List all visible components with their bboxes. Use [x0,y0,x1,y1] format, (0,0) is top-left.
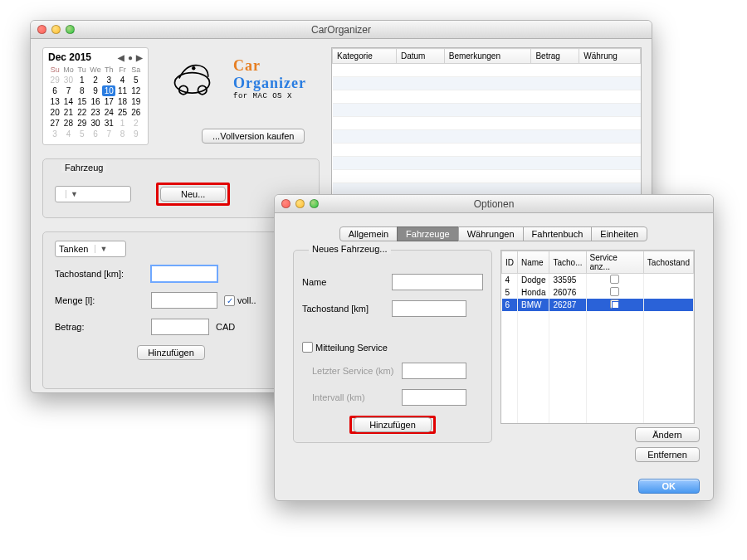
column-header[interactable]: Service anz... [586,251,643,274]
calendar-day[interactable]: 10 [102,85,115,96]
calendar-day[interactable]: 22 [76,107,89,118]
calendar-day[interactable]: 5 [129,75,143,85]
nf-tacho-label: Tachostand [km] [302,304,385,314]
tanken-group: Tanken ▼ Tachostand [km]: Menge [l]: ✓ v… [42,231,300,389]
ok-button[interactable]: OK [638,479,701,494]
name-label: Name [302,277,385,287]
calendar-day[interactable]: 24 [102,107,115,118]
close-icon[interactable] [37,25,46,34]
close-icon[interactable] [281,199,290,208]
intervall-input[interactable] [402,389,466,406]
chevron-down-icon: ▼ [95,245,107,253]
tab-währungen[interactable]: Währungen [458,226,524,241]
calendar-day[interactable]: 21 [61,107,75,118]
calendar-day[interactable]: 15 [76,96,89,107]
column-header[interactable]: Kategorie [333,49,397,64]
fahrzeug-dropdown[interactable]: ▼ [55,186,131,202]
calendar-day[interactable]: 6 [48,85,61,96]
mitteilung-checkbox[interactable]: Mitteilung Service [302,342,388,353]
calendar-day[interactable]: 18 [115,96,129,107]
calendar-day[interactable]: 23 [89,107,102,118]
calendar-month-label: Dec 2015 [48,51,91,63]
calendar-day[interactable]: 2 [89,75,102,85]
hinzufuegen-button[interactable]: Hinzufügen [137,345,205,360]
calendar-day[interactable]: 11 [115,85,129,96]
column-header[interactable]: ID [502,251,518,274]
records-table[interactable]: KategorieDatumBemerkungenBetragWährung [331,47,642,205]
currency-label: CAD [216,322,235,332]
aendern-button[interactable]: Ändern [635,427,700,442]
calendar-day[interactable]: 27 [48,118,61,129]
vehicles-table[interactable]: IDNameTacho...Service anz...Tachostand 4… [500,250,695,424]
calendar-today-icon[interactable]: ● [128,53,133,62]
calendar-day[interactable]: 19 [129,96,143,107]
menge-label: Menge [l]: [55,295,144,305]
column-header[interactable]: Währung [579,49,641,64]
calendar-day[interactable]: 9 [89,85,102,96]
column-header[interactable]: Tacho... [549,251,586,274]
neu-button-highlight: Neu... [156,183,230,206]
options-tabs: AllgemeinFahrzeugeWährungenFahrtenbuchEi… [285,226,703,241]
neues-fahrzeug-group: Neues Fahrzeug... Name Tachostand [km] M… [293,250,492,443]
tab-allgemein[interactable]: Allgemein [339,226,398,241]
minimize-icon[interactable] [295,199,305,208]
calendar-day[interactable]: 28 [61,118,75,129]
table-row[interactable]: 6BMW26287 [502,299,694,311]
name-input[interactable] [392,274,483,290]
kategorie-dropdown[interactable]: Tanken ▼ [55,241,126,257]
calendar-day[interactable]: 31 [102,118,115,129]
tacho-input[interactable] [151,265,217,282]
calendar-day[interactable]: 4 [115,75,129,85]
intervall-label: Intervall (km) [302,392,395,402]
calendar[interactable]: Dec 2015 ◀ ● ▶ SuMoTuWeThFrSa29301234567… [42,47,149,145]
calendar-day[interactable]: 14 [61,96,75,107]
betrag-input[interactable] [151,319,209,335]
calendar-day[interactable]: 29 [76,118,89,129]
tab-fahrzeuge[interactable]: Fahrzeuge [397,226,459,241]
zoom-icon[interactable] [310,199,319,208]
chevron-down-icon: ▼ [66,190,78,198]
tacho-label: Tachostand [km]: [55,269,144,279]
letzter-label: Letzter Service (km) [302,366,395,376]
column-header[interactable]: Bemerkungen [444,49,531,64]
calendar-day[interactable]: 16 [89,96,102,107]
vollversion-button[interactable]: ...Vollversion kaufen [202,129,305,144]
betrag-label: Betrag: [55,322,144,332]
calendar-day[interactable]: 8 [76,85,89,96]
table-row[interactable]: 4Dodge33595 [502,274,694,287]
nf-hinzufuegen-button[interactable]: Hinzufügen [354,417,432,432]
calendar-day[interactable]: 25 [115,107,129,118]
calendar-next-icon[interactable]: ▶ [136,53,143,62]
letzter-input[interactable] [402,363,466,379]
calendar-day[interactable]: 12 [129,85,143,96]
tab-fahrtenbuch[interactable]: Fahrtenbuch [523,226,593,241]
calendar-day[interactable]: 7 [61,85,75,96]
nf-tacho-input[interactable] [392,300,466,317]
column-header[interactable]: Datum [396,49,444,64]
titlebar: Optionen [275,195,713,213]
column-header[interactable]: Tachostand [643,251,693,274]
nf-hinzufuegen-highlight: Hinzufügen [349,416,436,434]
app-logo: Car Organizer for MAC OS X [172,52,321,117]
calendar-day[interactable]: 1 [76,75,89,85]
svg-point-3 [192,66,195,70]
zoom-icon[interactable] [66,25,75,34]
options-window: Optionen AllgemeinFahrzeugeWährungenFahr… [274,194,714,501]
voll-checkbox[interactable]: ✓ voll.. [224,295,256,306]
table-row[interactable]: 5Honda26076 [502,286,694,299]
calendar-day[interactable]: 26 [129,107,143,118]
calendar-day[interactable]: 13 [48,96,61,107]
column-header[interactable]: Betrag [531,49,579,64]
calendar-day[interactable]: 17 [102,96,115,107]
neu-button[interactable]: Neu... [160,187,226,202]
menge-input[interactable] [151,292,217,309]
calendar-day[interactable]: 3 [102,75,115,85]
minimize-icon[interactable] [51,25,61,34]
tab-einheiten[interactable]: Einheiten [591,226,647,241]
calendar-prev-icon[interactable]: ◀ [118,53,124,62]
entfernen-button[interactable]: Entfernen [635,447,700,462]
column-header[interactable]: Name [518,251,549,274]
calendar-day[interactable]: 20 [48,107,61,118]
calendar-day[interactable]: 30 [89,118,102,129]
window-title: Optionen [275,198,713,210]
